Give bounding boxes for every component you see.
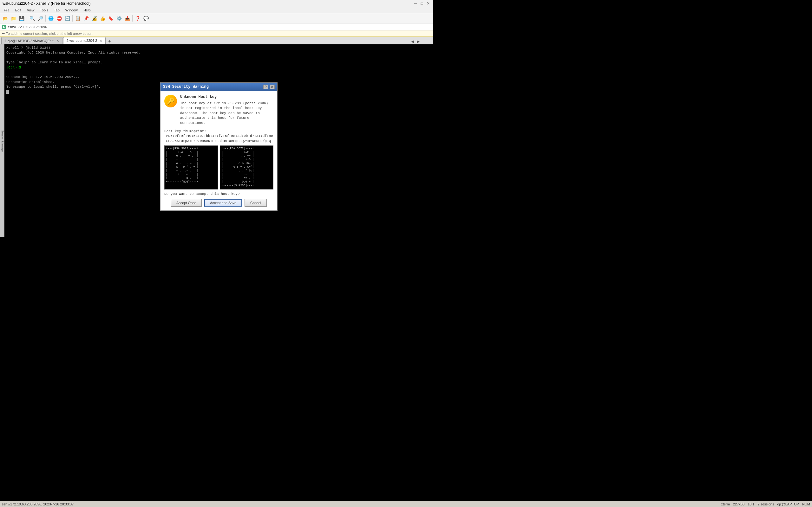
key-viz-sha256: +---[RSA 3072]----+ | .+=E | | . o == | … — [220, 146, 273, 189]
tab-2-close[interactable]: ✕ — [100, 39, 102, 43]
toolbar-paste[interactable]: 📌 — [82, 14, 90, 22]
tab-nav-right[interactable]: ▶ — [415, 39, 420, 44]
title-bar-controls: ─ □ ✕ — [413, 1, 431, 6]
toolbar-sep-1 — [27, 15, 27, 21]
menu-help[interactable]: Help — [81, 8, 93, 13]
thumbprint-label: Host key thumbprint: — [164, 129, 273, 133]
toolbar-bookmark[interactable]: 🔖 — [107, 14, 114, 22]
tab-nav-left[interactable]: ◀ — [410, 39, 415, 44]
toolbar-save[interactable]: 💾 — [18, 14, 26, 22]
toolbar-chat[interactable]: 💬 — [142, 14, 150, 22]
dialog-header-title: Unknown Host key — [180, 95, 273, 99]
dialog-question: Do you want to accept this host key? — [164, 192, 273, 196]
cancel-button[interactable]: Cancel — [245, 199, 267, 207]
main-content: Session Manager Xshell 7 (Build 0134) Co… — [0, 44, 433, 237]
key-icon: 🔑 — [167, 97, 175, 105]
maximize-button[interactable]: □ — [419, 1, 424, 6]
dialog-icon: 🔑 — [164, 95, 177, 107]
dialog-titlebar-controls: ? ✕ — [263, 84, 275, 89]
dialog-thumbprint-section: Host key thumbprint: MD5:0f:9f:40:58:07:… — [164, 129, 273, 143]
dialog-overlay: SSH Security Warning ? ✕ 🔑 Unknown H — [4, 44, 433, 237]
menu-edit[interactable]: Edit — [13, 8, 24, 13]
menu-view[interactable]: View — [24, 8, 37, 13]
ssh-security-dialog: SSH Security Warning ? ✕ 🔑 Unknown H — [160, 82, 277, 211]
toolbar: 📂 📁 💾 🔍 🔎 🌐 ⛔ 🔄 📋 📌 🔏 👍 🔖 ⚙️ 📤 ❓ 💬 — [0, 13, 433, 23]
md5-value: MD5:0f:9f:40:58:07:bb:14:f7:5f:58:3d:eb:… — [166, 134, 273, 138]
toolbar-copy[interactable]: 📋 — [74, 14, 82, 22]
toolbar-open[interactable]: 📁 — [9, 14, 17, 22]
tab-2[interactable]: 2 wsl-ubuntu2204-2 ✕ — [63, 37, 106, 44]
dialog-title: SSH Security Warning — [163, 84, 209, 89]
dialog-header-text: Unknown Host key The host key of 172.19.… — [180, 95, 273, 125]
key-visualization: +---[RSA 3072]----+ | +.o o | | o . . + … — [164, 146, 273, 189]
menu-file[interactable]: File — [1, 8, 12, 13]
key-viz-md5: +---[RSA 3072]----+ | +.o o | | o . . + … — [164, 146, 218, 189]
tab-add-button[interactable]: + — [106, 38, 113, 44]
window-title: wsl-ubuntu2204-2 - Xshell 7 (Free for Ho… — [3, 1, 90, 6]
info-icon: ⬅ — [2, 32, 5, 36]
dialog-header: 🔑 Unknown Host key The host key of 172.1… — [164, 95, 273, 125]
toolbar-transfer[interactable]: 📤 — [123, 14, 131, 22]
toolbar-zoom[interactable]: 🔎 — [37, 14, 44, 22]
tab-1-label: 1 djc@LAPTOP-5NMVACQE: ~ — [5, 39, 54, 43]
tab-1[interactable]: 1 djc@LAPTOP-5NMVACQE: ~ ✕ — [1, 37, 62, 44]
dialog-close-button[interactable]: ✕ — [270, 84, 275, 89]
menu-tools[interactable]: Tools — [38, 8, 51, 13]
toolbar-reconnect[interactable]: 🔄 — [63, 14, 71, 22]
tab-2-label: 2 wsl-ubuntu2204-2 — [67, 39, 97, 43]
info-bar: ⬅ To add the current session, click on t… — [0, 31, 433, 37]
tab-1-close[interactable]: ✕ — [56, 39, 59, 43]
toolbar-new-session[interactable]: 📂 — [1, 14, 9, 22]
title-bar: wsl-ubuntu2204-2 - Xshell 7 (Free for Ho… — [0, 0, 433, 7]
toolbar-find[interactable]: 🔏 — [90, 14, 98, 22]
toolbar-sep-4 — [132, 15, 133, 21]
dialog-header-description: The host key of 172.19.63.203 (port: 209… — [180, 101, 273, 125]
session-sidebar: Session Manager — [0, 44, 4, 237]
toolbar-sep-2 — [45, 15, 46, 21]
address-bar: ▶ ssh://172.19.63.203:2096 — [0, 23, 433, 31]
dialog-buttons: Accept Once Accept and Save Cancel — [164, 199, 273, 207]
menu-bar: File Edit View Tools Tab Window Help — [0, 7, 433, 13]
accept-and-save-button[interactable]: Accept and Save — [204, 199, 242, 207]
toolbar-search[interactable]: 🔍 — [28, 14, 36, 22]
menu-window[interactable]: Window — [63, 8, 80, 13]
toolbar-thumbprint[interactable]: 👍 — [99, 14, 106, 22]
dialog-titlebar: SSH Security Warning ? ✕ — [160, 83, 277, 91]
minimize-button[interactable]: ─ — [413, 1, 418, 6]
menu-tab[interactable]: Tab — [51, 8, 62, 13]
terminal[interactable]: Xshell 7 (Build 0134) Copyright (c) 2020… — [4, 44, 433, 237]
toolbar-disconnect[interactable]: ⛔ — [55, 14, 63, 22]
toolbar-settings[interactable]: ⚙️ — [115, 14, 123, 22]
accept-once-button[interactable]: Accept Once — [171, 199, 202, 207]
dialog-body: 🔑 Unknown Host key The host key of 172.1… — [160, 91, 277, 210]
toolbar-help[interactable]: ❓ — [134, 14, 142, 22]
close-button[interactable]: ✕ — [426, 1, 431, 6]
sha256-value: SHA256:Utp34Fz0zWo5eRTFtL3kHn1a5Pqo3Q24R… — [166, 139, 273, 143]
tab-bar: 1 djc@LAPTOP-5NMVACQE: ~ ✕ 2 wsl-ubuntu2… — [0, 37, 433, 44]
dialog-help-button[interactable]: ? — [263, 84, 268, 89]
sidebar-label: Session Manager — [1, 130, 4, 153]
toolbar-connect[interactable]: 🌐 — [47, 14, 55, 22]
address-value: ssh://172.19.63.203:2096 — [8, 25, 47, 29]
info-text: To add the current session, click on the… — [6, 32, 93, 36]
address-icon: ▶ — [2, 25, 6, 29]
